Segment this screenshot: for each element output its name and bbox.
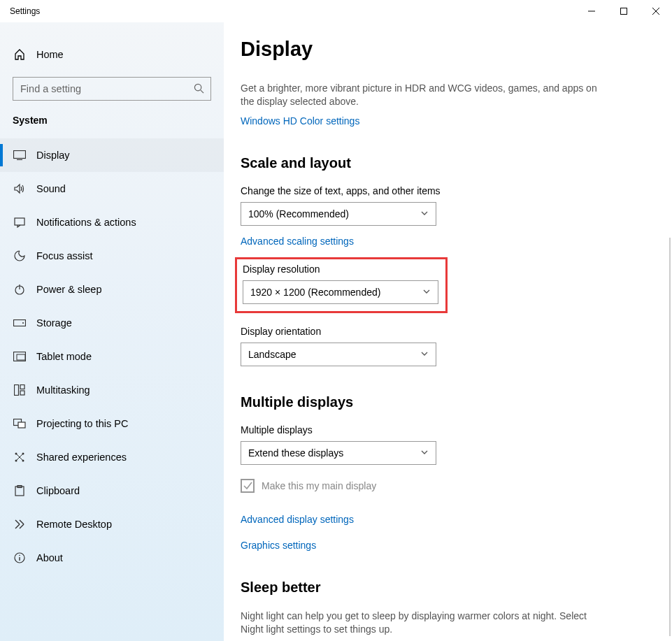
- window-title: Settings: [10, 6, 40, 16]
- multiple-displays-value: Extend these displays: [248, 447, 343, 459]
- notifications-icon: [13, 217, 27, 228]
- sidebar-item-notifications[interactable]: Notifications & actions: [0, 206, 224, 239]
- sidebar: Home System Display Sound Notifications …: [0, 22, 224, 641]
- chevron-down-icon: [420, 349, 429, 360]
- scale-value: 100% (Recommended): [248, 208, 349, 219]
- sidebar-item-about[interactable]: About: [0, 541, 224, 575]
- svg-rect-6: [14, 151, 26, 159]
- sleep-description: Night light can help you get to sleep by…: [241, 610, 604, 636]
- sidebar-item-display[interactable]: Display: [0, 138, 224, 172]
- svg-line-28: [15, 520, 20, 524]
- tablet-icon: [13, 352, 27, 361]
- sidebar-item-label: Display: [36, 150, 70, 161]
- sound-icon: [13, 183, 27, 194]
- home-icon: [13, 49, 27, 60]
- sidebar-item-clipboard[interactable]: Clipboard: [0, 474, 224, 507]
- orientation-select[interactable]: Landscape: [241, 343, 436, 366]
- sidebar-item-focus-assist[interactable]: Focus assist: [0, 239, 224, 273]
- sidebar-item-label: Power & sleep: [36, 284, 102, 295]
- main-content: Display Get a brighter, more vibrant pic…: [224, 22, 672, 641]
- multiple-displays-select[interactable]: Extend these displays: [241, 441, 436, 465]
- chevron-down-icon: [422, 287, 431, 298]
- sidebar-item-label: Tablet mode: [36, 351, 92, 362]
- sidebar-item-remote-desktop[interactable]: Remote Desktop: [0, 507, 224, 541]
- category-title: System: [0, 115, 224, 138]
- multiple-displays-label: Multiple displays: [241, 424, 644, 435]
- projecting-icon: [13, 419, 27, 428]
- resolution-highlight: Display resolution 1920 × 1200 (Recommen…: [235, 257, 448, 313]
- display-icon: [13, 150, 27, 160]
- maximize-button[interactable]: [608, 0, 640, 22]
- window-controls: [576, 0, 672, 22]
- resolution-value: 1920 × 1200 (Recommended): [250, 287, 380, 298]
- svg-rect-14: [17, 354, 25, 360]
- chevron-down-icon: [420, 208, 429, 219]
- home-button[interactable]: Home: [0, 42, 224, 67]
- sidebar-item-label: Focus assist: [36, 250, 93, 261]
- power-icon: [13, 284, 27, 295]
- svg-line-30: [20, 520, 24, 524]
- focus-assist-icon: [13, 250, 27, 261]
- scale-select[interactable]: 100% (Recommended): [241, 202, 436, 226]
- multitasking-icon: [13, 384, 27, 396]
- sidebar-item-label: About: [36, 552, 63, 563]
- clipboard-icon: [13, 485, 27, 496]
- sidebar-item-label: Remote Desktop: [36, 519, 112, 530]
- svg-line-29: [15, 524, 20, 528]
- remote-desktop-icon: [13, 519, 27, 530]
- sidebar-item-sound[interactable]: Sound: [0, 172, 224, 206]
- titlebar: Settings: [0, 0, 672, 22]
- about-icon: [13, 552, 27, 563]
- minimize-button[interactable]: [576, 0, 608, 22]
- sidebar-item-label: Multitasking: [36, 384, 90, 396]
- svg-rect-17: [20, 391, 24, 395]
- svg-line-31: [20, 524, 24, 528]
- sidebar-item-label: Storage: [36, 317, 72, 329]
- sidebar-item-label: Sound: [36, 183, 66, 194]
- sidebar-item-label: Clipboard: [36, 485, 80, 496]
- chevron-down-icon: [420, 447, 429, 459]
- svg-rect-16: [20, 385, 24, 389]
- page-title: Display: [241, 38, 644, 61]
- sleep-section-title: Sleep better: [241, 579, 644, 596]
- hd-color-link[interactable]: Windows HD Color settings: [241, 115, 359, 127]
- svg-rect-19: [18, 422, 25, 428]
- multiple-displays-section-title: Multiple displays: [241, 394, 644, 410]
- search-wrap: [13, 77, 211, 101]
- sidebar-item-label: Projecting to this PC: [36, 418, 128, 429]
- svg-line-5: [201, 90, 203, 93]
- scrollbar[interactable]: [669, 238, 671, 636]
- advanced-display-link[interactable]: Advanced display settings: [241, 514, 354, 525]
- home-label: Home: [36, 49, 64, 60]
- main-display-label: Make this my main display: [262, 480, 376, 491]
- resolution-select[interactable]: 1920 × 1200 (Recommended): [243, 280, 438, 304]
- sidebar-item-multitasking[interactable]: Multitasking: [0, 373, 224, 407]
- shared-icon: [13, 452, 27, 463]
- svg-rect-15: [15, 385, 19, 396]
- svg-rect-8: [15, 218, 24, 225]
- svg-point-4: [194, 84, 201, 90]
- close-button[interactable]: [640, 0, 672, 22]
- sidebar-item-tablet-mode[interactable]: Tablet mode: [0, 340, 224, 373]
- scale-section-title: Scale and layout: [241, 155, 644, 171]
- main-display-checkbox: Make this my main display: [241, 479, 644, 493]
- sidebar-item-power-sleep[interactable]: Power & sleep: [0, 273, 224, 306]
- svg-point-34: [19, 555, 20, 556]
- sidebar-item-projecting[interactable]: Projecting to this PC: [0, 407, 224, 440]
- sidebar-item-shared-experiences[interactable]: Shared experiences: [0, 440, 224, 474]
- graphics-settings-link[interactable]: Graphics settings: [241, 540, 316, 551]
- storage-icon: [13, 319, 27, 326]
- checkbox-icon: [241, 479, 255, 493]
- advanced-scaling-link[interactable]: Advanced scaling settings: [241, 236, 354, 247]
- sidebar-item-label: Shared experiences: [36, 452, 127, 463]
- orientation-value: Landscape: [248, 349, 296, 360]
- orientation-label: Display orientation: [241, 326, 644, 337]
- resolution-label: Display resolution: [243, 264, 440, 275]
- sidebar-item-storage[interactable]: Storage: [0, 306, 224, 340]
- svg-point-12: [22, 322, 24, 324]
- search-icon: [194, 83, 204, 96]
- scale-label: Change the size of text, apps, and other…: [241, 185, 644, 196]
- hdr-description: Get a brighter, more vibrant picture in …: [241, 82, 604, 108]
- search-input[interactable]: [13, 77, 211, 101]
- svg-rect-1: [621, 8, 627, 15]
